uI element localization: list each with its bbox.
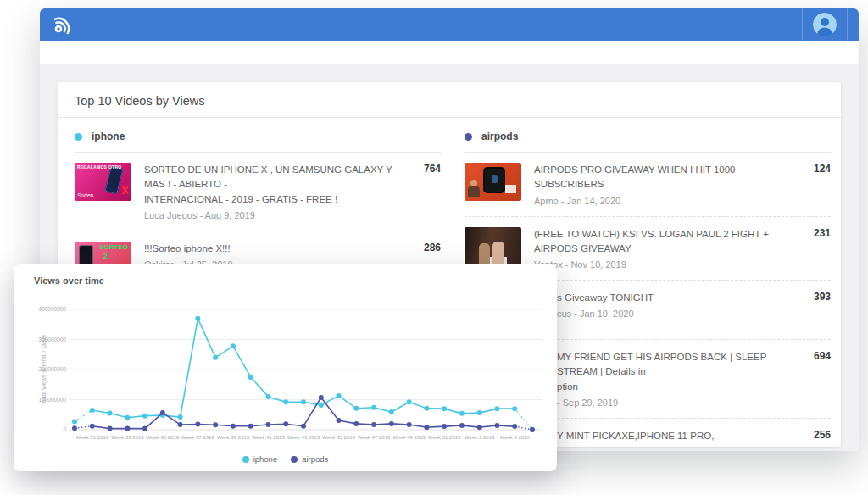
video-title: s Giveaway TONIGHT	[557, 291, 805, 305]
top-navbar	[40, 8, 859, 41]
video-byline: - Sep 29, 2019	[557, 398, 805, 408]
svg-text:Week 31 2019: Week 31 2019	[75, 435, 108, 440]
video-byline: cus - Jan 10, 2020	[557, 309, 805, 319]
video-title: (FREE TO WATCH) KSI VS. LOGAN PAUL 2 FIG…	[534, 227, 805, 257]
video-thumbnail	[465, 227, 521, 265]
video-views: 286	[415, 242, 441, 253]
video-row[interactable]: AIRPODS PRO GIVEAWAY WHEN I HIT 1000 SUB…	[465, 153, 831, 217]
svg-text:Week 41 2019: Week 41 2019	[252, 435, 285, 440]
svg-text:400000000: 400000000	[38, 306, 66, 312]
svg-text:Week 51 2019: Week 51 2019	[428, 435, 461, 440]
app-logo-icon[interactable]	[51, 13, 75, 36]
video-byline: Ventox - Nov 10, 2019	[534, 259, 805, 270]
video-thumbnail	[465, 163, 521, 201]
svg-text:Week 39 2019: Week 39 2019	[217, 435, 250, 440]
views-over-time-card: Views over time 010000000020000000030000…	[14, 264, 557, 471]
video-title: AIRPODS PRO GIVEAWAY WHEN I HIT 1000 SUB…	[534, 163, 805, 192]
video-views: 694	[805, 350, 831, 362]
svg-text:Week 1 2019: Week 1 2019	[465, 435, 495, 440]
svg-text:Week 49 2019: Week 49 2019	[392, 435, 426, 440]
user-avatar-icon	[813, 13, 837, 36]
svg-text:0: 0	[63, 426, 66, 432]
toolbar-strip	[40, 41, 859, 64]
svg-text:Week 43 2019: Week 43 2019	[287, 435, 320, 440]
column-label: iphone	[92, 131, 125, 142]
legend-item-iphone[interactable]: iphone	[242, 454, 278, 464]
svg-text:Total Views in First 7 Days: Total Views in First 7 Days	[41, 335, 47, 404]
video-views: 256	[805, 429, 831, 441]
svg-text:Week 45 2019: Week 45 2019	[322, 435, 355, 440]
svg-text:Week 3 2020: Week 3 2020	[500, 435, 531, 440]
video-byline: Apmo - Jan 14, 2020	[534, 196, 805, 206]
iphone-column-header: iphone	[75, 118, 441, 153]
airpods-column-header: airpods	[465, 118, 831, 153]
svg-text:Week 35 2019: Week 35 2019	[147, 435, 180, 440]
column-label: airpods	[481, 131, 518, 142]
video-title: !!!Sorteo iphone X!!!	[144, 242, 415, 256]
svg-text:Week 47 2019: Week 47 2019	[358, 435, 391, 440]
video-title: SORTEO DE UN IPHONE X , UN SAMSUNG GALAX…	[144, 163, 415, 207]
video-views: 124	[805, 163, 831, 175]
iphone-legend-dot	[242, 456, 249, 463]
video-views: 764	[415, 163, 441, 175]
video-thumbnail: REGALAMOS OTRO Sorteo X	[75, 163, 131, 201]
video-row[interactable]: REGALAMOS OTRO Sorteo X SORTEO DE UN IPH…	[75, 153, 441, 231]
line-chart-canvas: 0100000000200000000300000000400000000Tot…	[14, 264, 557, 471]
video-title: MY FRIEND GET HIS AIRPODS BACK | SLEEP S…	[557, 350, 805, 394]
chart-legend: iphone airpods	[14, 454, 557, 464]
legend-label: iphone	[253, 454, 278, 464]
video-views: 231	[805, 227, 831, 239]
legend-item-airpods[interactable]: airpods	[291, 454, 328, 464]
video-byline: Luca Juegos - Aug 9, 2019	[144, 210, 415, 220]
svg-text:Week 37 2019: Week 37 2019	[181, 435, 214, 440]
svg-text:Week 33 2019: Week 33 2019	[111, 435, 144, 440]
topbar-divider	[802, 8, 803, 41]
iphone-series-dot	[75, 133, 82, 141]
user-avatar[interactable]	[813, 13, 837, 36]
card-title: Top 10 Videos by Views	[58, 82, 841, 118]
video-title: Y MINT PICKAXE,IPHONE 11 PRO, IPHONE8,AI…	[557, 429, 805, 447]
airpods-legend-dot	[291, 456, 298, 463]
airpods-series-dot	[465, 133, 472, 141]
video-views: 393	[805, 291, 831, 303]
legend-label: airpods	[302, 454, 328, 464]
topbar-divider	[847, 8, 848, 41]
